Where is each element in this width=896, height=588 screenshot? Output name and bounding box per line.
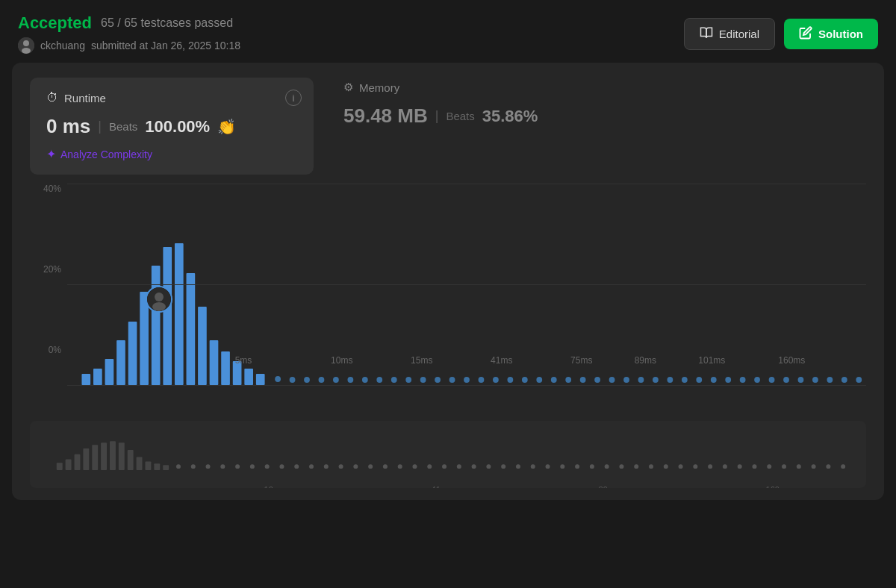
y-label-0: 0% (30, 345, 67, 355)
svg-point-76 (176, 464, 181, 469)
submitted-at: submitted at Jan 26, 2025 10:18 (91, 40, 240, 51)
svg-rect-64 (66, 460, 72, 471)
svg-point-115 (753, 464, 757, 469)
x-label-101ms: 101ms (698, 355, 725, 366)
mini-x-label-41ms: 41ms (432, 485, 452, 488)
svg-point-94 (442, 464, 447, 469)
runtime-ms-value: 0 ms (46, 115, 90, 138)
svg-point-89 (368, 464, 373, 469)
svg-point-82 (265, 464, 270, 469)
svg-point-83 (279, 464, 284, 469)
clock-icon: ⏱ (46, 91, 58, 104)
x-label-160ms: 160ms (778, 355, 805, 366)
memory-value-row: 59.48 MB | Beats 35.86% (343, 104, 538, 128)
grid-line-mid (67, 284, 866, 285)
book-icon (700, 26, 713, 42)
svg-point-79 (220, 464, 225, 469)
svg-rect-69 (110, 441, 116, 470)
top-left: Accepted 65 / 65 testcases passed ckchua… (18, 13, 240, 54)
svg-point-96 (472, 464, 476, 469)
svg-point-104 (590, 464, 594, 469)
memory-beats-pct: 35.86% (482, 107, 538, 126)
editorial-label: Editorial (719, 28, 759, 40)
svg-point-102 (560, 464, 564, 469)
runtime-label: Runtime (64, 92, 106, 104)
memory-mb-value: 59.48 MB (343, 104, 428, 128)
svg-point-86 (324, 464, 329, 469)
svg-point-90 (383, 464, 388, 469)
username: ckchuang (40, 40, 85, 51)
svg-point-88 (353, 464, 358, 469)
svg-rect-70 (119, 442, 125, 470)
svg-point-81 (250, 464, 255, 469)
svg-point-119 (812, 464, 816, 469)
svg-rect-73 (145, 461, 151, 470)
svg-point-117 (782, 464, 786, 469)
y-label-20: 20% (30, 264, 67, 275)
svg-point-116 (767, 464, 771, 469)
chart-area: 5ms 10ms 15ms 41ms 75ms 89ms 101ms 160ms (67, 184, 866, 385)
grid-line-bottom (67, 385, 866, 386)
svg-rect-68 (101, 442, 107, 470)
svg-rect-66 (83, 448, 89, 470)
y-label-40: 40% (30, 184, 67, 194)
svg-point-77 (191, 464, 196, 469)
user-position-marker (146, 286, 172, 313)
accepted-status: Accepted (18, 13, 92, 33)
accepted-row: Accepted 65 / 65 testcases passed (18, 13, 240, 33)
sparkle-icon: ✦ (46, 147, 56, 161)
svg-point-78 (206, 464, 211, 469)
solution-label: Solution (818, 28, 863, 40)
svg-point-2 (22, 48, 31, 54)
svg-rect-63 (57, 463, 63, 470)
svg-rect-67 (92, 445, 98, 470)
user-avatar (18, 37, 34, 54)
analyze-complexity-link[interactable]: ✦ Analyze Complexity (46, 147, 297, 161)
mini-chart: 10ms 41ms 89ms 160ms (30, 421, 866, 488)
svg-point-118 (797, 464, 801, 469)
divider: | (98, 119, 102, 134)
edit-icon (799, 26, 812, 42)
svg-point-106 (619, 464, 623, 469)
svg-rect-75 (163, 465, 169, 470)
editorial-button[interactable]: Editorial (684, 18, 775, 50)
svg-point-87 (339, 464, 343, 469)
runtime-beats-pct: 100.00% (145, 117, 210, 137)
runtime-title: ⏱ Runtime (46, 91, 297, 104)
top-right: Editorial Solution (684, 18, 878, 50)
x-label-10ms: 10ms (331, 355, 352, 366)
clap-icon: 👏 (217, 118, 236, 136)
memory-label: Memory (359, 81, 399, 94)
svg-point-114 (738, 464, 742, 469)
x-label-75ms: 75ms (570, 355, 592, 366)
info-icon[interactable]: i (285, 90, 302, 106)
mini-x-label-10ms: 10ms (264, 485, 284, 488)
svg-point-99 (516, 464, 520, 469)
svg-point-95 (457, 464, 461, 469)
svg-point-91 (398, 464, 402, 469)
analyze-complexity-label: Analyze Complexity (60, 148, 152, 160)
svg-point-98 (501, 464, 505, 469)
memory-section: ⚙ Memory 59.48 MB | Beats 35.86% (343, 78, 538, 128)
x-label-89ms: 89ms (635, 355, 656, 366)
svg-point-113 (723, 464, 727, 469)
x-label-5ms: 5ms (235, 355, 252, 366)
svg-rect-74 (154, 463, 160, 470)
svg-point-112 (708, 464, 712, 469)
svg-rect-72 (137, 457, 143, 470)
mini-x-label-160ms: 160ms (766, 485, 791, 488)
memory-title: ⚙ Memory (343, 81, 538, 94)
svg-point-80 (235, 464, 240, 469)
solution-button[interactable]: Solution (784, 19, 878, 49)
svg-point-92 (413, 464, 417, 469)
svg-point-105 (605, 464, 609, 469)
x-axis-labels: 5ms 10ms 15ms 41ms 75ms 89ms 101ms 160ms (67, 355, 866, 385)
chart-container: 40% 20% 0% (30, 184, 866, 415)
runtime-value-row: 0 ms | Beats 100.00% 👏 (46, 115, 297, 138)
svg-point-111 (693, 464, 697, 469)
y-axis-labels: 40% 20% 0% (30, 184, 67, 385)
x-label-41ms: 41ms (491, 355, 512, 366)
stats-row: ⏱ Runtime i 0 ms | Beats 100.00% 👏 ✦ Ana… (30, 78, 866, 175)
svg-point-110 (679, 464, 683, 469)
svg-point-108 (649, 464, 653, 469)
